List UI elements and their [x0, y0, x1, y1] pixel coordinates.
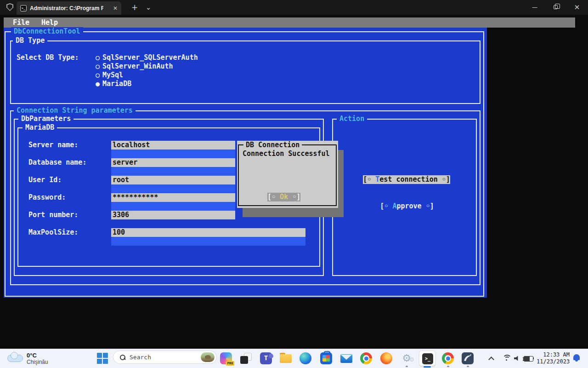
field-label-maxpoolsize: MaxPoolSize: — [28, 228, 78, 237]
clock-date: 11/23/2023 — [537, 358, 570, 365]
wifi-icon[interactable] — [502, 349, 512, 368]
maxpoolsize-highlight-row — [111, 237, 305, 246]
button-bracket: ◦] — [438, 175, 450, 184]
terminal-active-icon[interactable]: >_ — [419, 351, 435, 366]
user-id-input[interactable]: root — [111, 176, 235, 184]
chrome-icon[interactable] — [360, 352, 372, 364]
tab-dropdown-button[interactable]: ⌄ — [141, 0, 155, 15]
menu-file[interactable]: File — [13, 17, 29, 28]
button-bracket: [◦ — [380, 202, 392, 210]
terminal-tab[interactable]: >_ Administrator: C:\Program Fil ✕ — [17, 1, 121, 15]
active-app-indicator — [424, 366, 431, 368]
firefox-icon[interactable] — [380, 352, 392, 364]
password-input[interactable]: *********** — [111, 193, 235, 202]
mariadb-frame-title: MariaDB — [23, 123, 57, 132]
field-label-server: Server name: — [28, 141, 78, 150]
restore-button[interactable] — [549, 0, 563, 15]
action-frame-title: Action — [337, 115, 367, 123]
console-icon: >_ — [20, 5, 27, 12]
approve-button[interactable]: [◦ Approve ◦] — [380, 202, 434, 211]
start-button[interactable] — [97, 353, 108, 364]
radio-label: MariaDB — [102, 80, 131, 88]
new-tab-button[interactable]: + — [128, 0, 141, 15]
admin-shield-icon — [6, 3, 13, 11]
task-view-icon[interactable] — [240, 352, 252, 364]
mail-icon[interactable] — [340, 354, 352, 363]
gears-app-icon[interactable]: ⚙ — [401, 352, 413, 364]
radio-label: SqlServer_WinAuth — [102, 62, 173, 70]
button-label: Test connection — [375, 175, 437, 184]
maxpoolsize-input[interactable]: 100 — [111, 228, 305, 237]
search-icon — [120, 355, 125, 360]
notification-bell-icon[interactable] — [573, 354, 580, 360]
action-frame: Action — [332, 119, 477, 276]
cloud-icon — [7, 355, 23, 362]
db-type-frame-title: DB Type — [13, 36, 47, 45]
db-parameters-title: DbParameters — [18, 115, 74, 123]
radio-icon: ○ — [96, 53, 102, 62]
running-indicator — [467, 366, 469, 367]
close-button[interactable]: ✕ — [570, 0, 584, 15]
radio-icon: ○ — [96, 71, 102, 80]
server-name-highlight-row — [111, 150, 235, 158]
dialog-message: Connection Successful — [243, 150, 330, 158]
user-id-highlight-row — [111, 184, 235, 193]
copilot-icon[interactable]: PRE — [220, 352, 232, 364]
radio-icon-selected: ● — [96, 80, 102, 88]
restore-icon — [554, 5, 558, 9]
radio-mariadb[interactable]: ●MariaDB — [96, 80, 131, 88]
battery-icon[interactable] — [524, 349, 535, 368]
file-explorer-icon[interactable] — [280, 354, 292, 366]
field-label-userid: User Id: — [28, 176, 62, 184]
terminal-glyph: >_ — [422, 353, 433, 364]
field-label-database: Database name: — [28, 158, 86, 167]
dialog-title: DB Connection — [243, 141, 302, 149]
button-bracket: [◦ — [363, 175, 375, 184]
button-bracket: [◦ — [267, 193, 280, 201]
connection-params-title: Connection String parameters — [14, 106, 136, 115]
window-titlebar: >_ Administrator: C:\Program Fil ✕ + ⌄ —… — [0, 0, 588, 15]
ok-button[interactable]: [◦ Ok ◦] — [267, 193, 300, 201]
button-label: Ok — [280, 193, 288, 201]
field-label-port: Port number: — [28, 211, 78, 219]
button-bracket: ◦] — [422, 202, 434, 210]
radio-icon: ○ — [96, 62, 102, 71]
db-type-frame: DB Type — [10, 40, 481, 104]
console-canvas: DbConnectionTool DB Type Select DB Type:… — [4, 28, 487, 298]
bing-daily-image[interactable] — [201, 352, 215, 362]
test-connection-button[interactable]: [◦ Test connection ◦] — [363, 175, 450, 184]
radio-sqlserver-sqlauth[interactable]: ○SqlServer_SQLServerAuth — [96, 53, 198, 62]
database-name-highlight-row — [111, 167, 235, 176]
chrome-icon-2[interactable] — [442, 352, 454, 364]
db-connection-dialog: DB Connection Connection Successful [◦ O… — [237, 141, 338, 208]
taskbar-clock[interactable]: 12:33 AM 11/23/2023 — [537, 351, 570, 365]
button-label: Approve — [392, 202, 421, 211]
clock-time: 12:33 AM — [537, 351, 570, 358]
teams-icon[interactable]: T — [260, 352, 272, 364]
db-type-label: Select DB Type: — [17, 53, 79, 62]
weather-city: Chişinău — [27, 359, 48, 365]
running-indicator — [447, 366, 449, 367]
volume-icon[interactable] — [513, 349, 522, 368]
server-name-input[interactable]: localhost — [111, 141, 235, 150]
tray-expand-chevron[interactable] — [487, 349, 495, 368]
radio-sqlserver-winauth[interactable]: ○SqlServer_WinAuth — [96, 62, 173, 71]
menu-help[interactable]: Help — [41, 17, 58, 28]
search-box[interactable]: Search — [113, 351, 217, 364]
weather-temp: 0°C — [27, 352, 37, 359]
search-placeholder: Search — [130, 354, 151, 361]
tab-title: Administrator: C:\Program Fil — [30, 5, 103, 12]
microsoft-store-icon[interactable] — [320, 352, 332, 364]
minimize-button[interactable]: — — [528, 0, 542, 15]
database-name-input[interactable]: server — [111, 158, 235, 167]
tab-close-icon[interactable]: ✕ — [113, 5, 118, 12]
radio-mysql[interactable]: ○MySql — [96, 71, 123, 80]
taskbar: 0°C Chişinău — [0, 349, 588, 368]
edge-icon[interactable] — [300, 352, 311, 364]
copilot-pre-badge: PRE — [226, 361, 234, 366]
app-window-title: DbConnectionTool — [11, 27, 83, 36]
button-bracket: ◦] — [288, 193, 300, 201]
mysql-workbench-icon[interactable] — [462, 352, 474, 364]
port-number-input[interactable]: 3306 — [111, 211, 235, 219]
password-highlight-row — [111, 202, 235, 211]
